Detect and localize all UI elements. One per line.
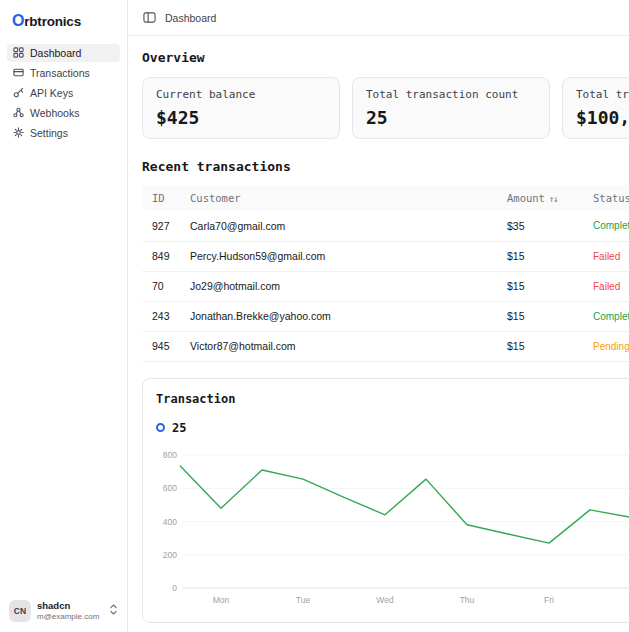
- cell-id: 243: [142, 301, 180, 331]
- svg-text:Fri: Fri: [544, 595, 554, 605]
- legend-label: 25: [172, 421, 186, 435]
- cell-id: 70: [142, 271, 180, 301]
- svg-text:600: 600: [163, 483, 177, 493]
- stat-card-transaction-count: Total transaction count 25: [352, 77, 550, 139]
- cell-id: 927: [142, 211, 180, 241]
- stat-label: Current balance: [156, 88, 326, 101]
- sidebar-item-label: API Keys: [30, 87, 73, 99]
- status-badge: Completed: [583, 301, 629, 331]
- breadcrumb[interactable]: Dashboard: [165, 12, 216, 24]
- app-window: Orbtronics Dashboard Transactions API Ke…: [0, 0, 629, 632]
- stat-cards: Current balance $425 Total transaction c…: [142, 77, 615, 139]
- cell-amount: $15: [497, 301, 583, 331]
- overview-title: Overview: [142, 50, 615, 65]
- user-email: m@example.com: [37, 612, 99, 622]
- table-row: 70 Jo29@hotmail.com $15 Failed: [142, 271, 629, 301]
- cell-amount: $35: [497, 211, 583, 241]
- stat-label: Total transaction count: [366, 88, 536, 101]
- sort-icon[interactable]: ↑↓: [549, 194, 558, 204]
- cell-customer: Jonathan.Brekke@yahoo.com: [180, 301, 497, 331]
- svg-text:800: 800: [163, 450, 177, 460]
- transaction-chart-card: Transaction 25 0200400600800MonTueWedThu…: [142, 378, 629, 623]
- page-content: Overview Current balance $425 Total tran…: [128, 36, 629, 623]
- recent-transactions-title: Recent transactions: [142, 159, 615, 174]
- cell-amount: $15: [497, 241, 583, 271]
- stat-value: 25: [366, 107, 536, 128]
- sidebar-item-label: Settings: [30, 127, 68, 139]
- cell-customer: Victor87@hotmail.com: [180, 331, 497, 361]
- status-badge: Failed: [583, 241, 629, 271]
- svg-text:Mon: Mon: [213, 595, 230, 605]
- topbar: Dashboard: [128, 0, 629, 36]
- table-row: 243 Jonathan.Brekke@yahoo.com $15 Comple…: [142, 301, 629, 331]
- sidebar-item-settings[interactable]: Settings: [7, 124, 120, 142]
- stat-value: $100,8: [576, 107, 629, 128]
- stat-label: Total transaction amount: [576, 88, 629, 101]
- table-header-row: ID Customer Amount↑↓ Status: [142, 185, 629, 211]
- status-badge: Completed: [583, 211, 629, 241]
- table-row: 927 Carla70@gmail.com $35 Completed: [142, 211, 629, 241]
- stat-card-current-balance: Current balance $425: [142, 77, 340, 139]
- status-badge: Pending: [583, 331, 629, 361]
- transaction-line-chart: 0200400600800MonTueWedThuFri: [156, 445, 629, 609]
- chart-legend: 25: [156, 421, 629, 435]
- svg-text:0: 0: [172, 583, 177, 593]
- cell-customer: Percy.Hudson59@gmail.com: [180, 241, 497, 271]
- stat-card-transaction-amount: Total transaction amount $100,8: [562, 77, 629, 139]
- svg-text:Wed: Wed: [376, 595, 394, 605]
- sidebar-toggle-button[interactable]: [143, 11, 156, 24]
- key-icon: [13, 87, 24, 100]
- chart-title: Transaction: [156, 392, 629, 406]
- stat-value: $425: [156, 107, 326, 128]
- webhooks-icon: [13, 107, 24, 120]
- status-badge: Failed: [583, 271, 629, 301]
- sidebar-item-api-keys[interactable]: API Keys: [7, 84, 120, 102]
- sidebar-item-transactions[interactable]: Transactions: [7, 64, 120, 82]
- sidebar-menu: Dashboard Transactions API Keys Webhooks…: [0, 44, 127, 142]
- avatar: CN: [9, 600, 31, 622]
- svg-text:400: 400: [163, 516, 177, 526]
- svg-text:200: 200: [163, 549, 177, 559]
- cell-customer: Carla70@gmail.com: [180, 211, 497, 241]
- sidebar-item-label: Transactions: [30, 67, 90, 79]
- chevrons-up-down-icon: [109, 602, 118, 620]
- user-name: shadcn: [37, 600, 99, 612]
- transactions-icon: [13, 67, 24, 80]
- column-header-customer: Customer: [180, 185, 497, 211]
- sidebar: Orbtronics Dashboard Transactions API Ke…: [0, 0, 128, 632]
- column-header-id: ID: [142, 185, 180, 211]
- user-menu-trigger[interactable]: CN shadcn m@example.com: [5, 595, 122, 627]
- column-header-amount[interactable]: Amount↑↓: [497, 185, 583, 211]
- cell-amount: $15: [497, 271, 583, 301]
- main-area: Dashboard Overview Current balance $425 …: [128, 0, 629, 632]
- transactions-table: ID Customer Amount↑↓ Status 927 Carla70@…: [142, 185, 615, 362]
- cell-id: 849: [142, 241, 180, 271]
- svg-text:Tue: Tue: [296, 595, 311, 605]
- sidebar-item-dashboard[interactable]: Dashboard: [7, 44, 120, 62]
- dashboard-icon: [13, 47, 24, 60]
- table-row: 849 Percy.Hudson59@gmail.com $15 Failed: [142, 241, 629, 271]
- legend-dot-icon: [156, 423, 165, 432]
- cell-amount: $15: [497, 331, 583, 361]
- brand-logo[interactable]: Orbtronics: [0, 0, 127, 36]
- sidebar-item-label: Dashboard: [30, 47, 81, 59]
- sidebar-item-webhooks[interactable]: Webhooks: [7, 104, 120, 122]
- gear-icon: [13, 127, 24, 140]
- column-header-status: Status: [583, 185, 629, 211]
- table-row: 945 Victor87@hotmail.com $15 Pending: [142, 331, 629, 361]
- cell-id: 945: [142, 331, 180, 361]
- user-info: shadcn m@example.com: [37, 600, 99, 622]
- sidebar-item-label: Webhooks: [30, 107, 79, 119]
- cell-customer: Jo29@hotmail.com: [180, 271, 497, 301]
- svg-text:Thu: Thu: [460, 595, 475, 605]
